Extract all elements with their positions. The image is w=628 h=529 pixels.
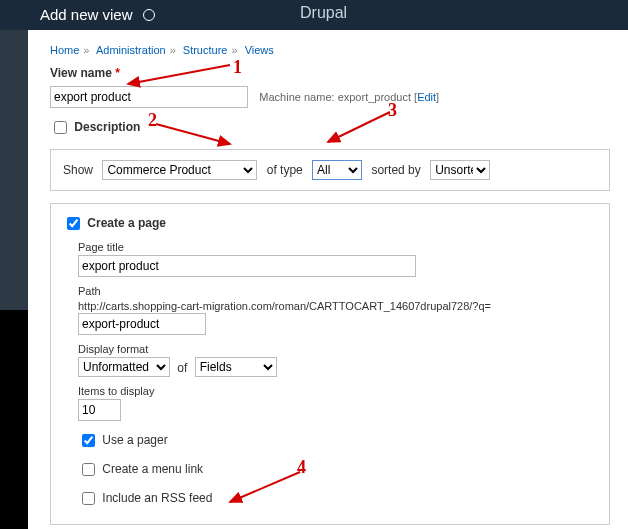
- show-select[interactable]: Commerce Product: [102, 160, 257, 180]
- machine-name: Machine name: export_product [Edit]: [259, 91, 439, 103]
- description-label: Description: [74, 120, 140, 134]
- create-page-checkbox[interactable]: [67, 217, 80, 230]
- create-page-label: Create a page: [87, 216, 166, 230]
- page-title-label: Page title: [78, 241, 597, 253]
- overlay-help-icon[interactable]: [143, 9, 155, 21]
- view-name-input[interactable]: [50, 86, 248, 108]
- show-section: Show Commerce Product of type All sorted…: [50, 149, 610, 191]
- annotation-3: 3: [388, 100, 397, 121]
- path-input[interactable]: [78, 313, 206, 335]
- overlay-content: Home» Administration» Structure» Views V…: [28, 30, 628, 529]
- rss-checkbox[interactable]: [82, 492, 95, 505]
- of-label: of: [177, 361, 187, 375]
- breadcrumb-admin[interactable]: Administration: [96, 44, 166, 56]
- page-title-input[interactable]: [78, 255, 416, 277]
- display-format-select[interactable]: Unformatted list: [78, 357, 170, 377]
- show-label: Show: [63, 163, 93, 177]
- menu-link-checkbox[interactable]: [82, 463, 95, 476]
- path-prefix: http://carts.shopping-cart-migration.com…: [78, 300, 491, 312]
- overlay-title: Add new view: [40, 6, 133, 23]
- menu-link-label: Create a menu link: [102, 462, 203, 476]
- use-pager-label: Use a pager: [102, 433, 167, 447]
- description-checkbox[interactable]: [54, 121, 67, 134]
- sorted-by-label: sorted by: [371, 163, 420, 177]
- annotation-2: 2: [148, 110, 157, 131]
- breadcrumb-structure[interactable]: Structure: [183, 44, 228, 56]
- sorted-by-select[interactable]: Unsorted: [430, 160, 490, 180]
- items-input[interactable]: [78, 399, 121, 421]
- breadcrumb-home[interactable]: Home: [50, 44, 79, 56]
- rss-label: Include an RSS feed: [102, 491, 212, 505]
- annotation-4: 4: [297, 457, 306, 478]
- site-name: Drupal: [300, 4, 347, 22]
- path-label: Path: [78, 285, 597, 297]
- annotation-1: 1: [233, 57, 242, 78]
- machine-name-edit[interactable]: Edit: [417, 91, 436, 103]
- create-page-section: Create a page Page title Path http://car…: [50, 203, 610, 525]
- use-pager-checkbox[interactable]: [82, 434, 95, 447]
- of-type-label: of type: [267, 163, 303, 177]
- breadcrumb: Home» Administration» Structure» Views: [50, 44, 610, 56]
- of-type-select[interactable]: All: [312, 160, 362, 180]
- view-name-label: View name *: [50, 66, 120, 80]
- display-of-select[interactable]: Fields: [195, 357, 277, 377]
- breadcrumb-views[interactable]: Views: [245, 44, 274, 56]
- items-label: Items to display: [78, 385, 597, 397]
- display-format-label: Display format: [78, 343, 597, 355]
